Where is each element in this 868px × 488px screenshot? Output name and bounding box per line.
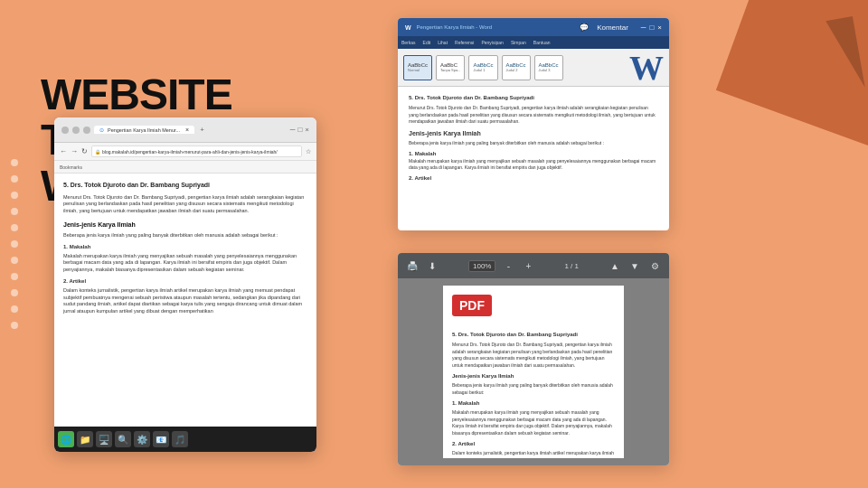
word-close-icon[interactable]: × xyxy=(657,23,662,32)
browser-subsection1-text: Makalah merupakan karya ilmiah yang meny… xyxy=(63,253,307,274)
pdf-next-icon[interactable]: ▼ xyxy=(627,258,642,273)
close-tab-icon[interactable]: × xyxy=(185,127,189,133)
word-doc-sub2: 2. Artikel xyxy=(409,174,658,183)
style-no-spacing[interactable]: AaBbC Tanpa Spa... xyxy=(436,55,465,80)
taskbar-icon-7[interactable]: 🎵 xyxy=(172,431,188,447)
word-menu-bar: Berkas Edit Lihat Referensi Penyisipan S… xyxy=(398,36,669,49)
browser-tab-title: Pengertian Karya Ilmiah Menur... xyxy=(108,127,180,133)
bookmark-icon[interactable]: ☆ xyxy=(306,148,311,155)
menu-file[interactable]: Berkas xyxy=(401,40,416,45)
word-doc-section-intro: Beberapa jenis karya ilmiah yang paling … xyxy=(409,140,658,147)
browser-subsection2-text: Dalam konteks jurnalistik, pengertian ka… xyxy=(63,287,307,315)
word-doc-author: 5. Drs. Totok Djuroto dan Dr. Bambang Su… xyxy=(409,94,658,102)
tab-favicon: ⊙ xyxy=(99,127,104,133)
word-logo-area: W xyxy=(629,51,664,85)
browser-subsection2: 2. Artikel xyxy=(63,277,307,286)
browser-toolbar: ← → ↻ 🔒 blog.makalah.id/pengertian-karya… xyxy=(54,143,316,161)
word-screenshot: W Pengertian Karya Ilmiah - Word 💬 Komen… xyxy=(398,18,669,230)
pdf-prev-icon[interactable]: ▲ xyxy=(608,258,622,273)
pdf-screenshot: 🖨️ ⬇ 100% - + 1 / 1 ▲ ▼ ⚙ PDF 5. Drs. To… xyxy=(398,253,669,465)
pdf-zoom-in-icon[interactable]: + xyxy=(521,258,535,273)
word-share-button[interactable]: Komentar xyxy=(597,23,628,32)
menu-view[interactable]: Lihat xyxy=(438,40,448,45)
word-doc-intro: Menurut Drs. Totok Djuroto dan Dr. Bamba… xyxy=(409,105,658,126)
pdf-download-icon[interactable]: ⬇ xyxy=(425,258,439,273)
taskbar-icon-6[interactable]: 📧 xyxy=(153,431,169,447)
taskbar-icon-1[interactable]: 🌐 xyxy=(58,431,74,447)
browser-url[interactable]: 🔒 blog.makalah.id/pengertian-karya-ilmia… xyxy=(91,145,302,157)
pdf-topbar: 🖨️ ⬇ 100% - + 1 / 1 ▲ ▼ ⚙ xyxy=(398,253,669,278)
word-document-content: 5. Drs. Totok Djuroto dan Dr. Bambang Su… xyxy=(398,87,669,190)
pdf-settings-icon[interactable]: ⚙ xyxy=(647,258,662,273)
menu-references[interactable]: Referensi xyxy=(455,40,474,45)
taskbar-icon-5[interactable]: ⚙️ xyxy=(134,431,150,447)
top-right-decoration xyxy=(705,0,868,163)
browser-subsection1: 1. Makalah xyxy=(63,243,307,251)
pdf-sub1: 1. Makalah xyxy=(452,399,615,408)
new-tab-button[interactable]: + xyxy=(200,126,204,134)
window-controls: ─ □ × xyxy=(290,126,309,134)
word-window-controls: ─ □ × xyxy=(641,23,662,32)
browser-section1: Jenis-jenis Karya Ilmiah xyxy=(63,221,307,230)
dot-pattern-left xyxy=(11,159,18,329)
pdf-sub2-text: Dalam konteks jurnalistik, pengertian ka… xyxy=(452,450,615,458)
word-comment-icon[interactable]: 💬 xyxy=(580,23,589,32)
word-maximize-icon[interactable]: □ xyxy=(649,23,654,32)
browser-dot-2 xyxy=(72,127,80,134)
pdf-print-icon[interactable]: 🖨️ xyxy=(405,258,420,273)
pdf-sub1-text: Makalah merupakan karya ilmiah yang meny… xyxy=(452,409,615,436)
taskbar-icon-2[interactable]: 📁 xyxy=(77,431,93,447)
menu-save[interactable]: Simpan xyxy=(511,40,526,45)
pdf-doc-author: 5. Drs. Totok Djuroto dan Dr. Bambang Su… xyxy=(452,331,615,339)
refresh-button[interactable]: ↻ xyxy=(81,147,88,155)
word-doc-name: Pengertian Karya Ilmiah - Word xyxy=(417,24,575,30)
browser-screenshot: ⊙ Pengertian Karya Ilmiah Menur... × + ─… xyxy=(54,117,316,452)
url-lock-icon: 🔒 xyxy=(95,149,100,155)
menu-edit[interactable]: Edit xyxy=(423,40,431,45)
pdf-sub2: 2. Artikel xyxy=(452,440,615,448)
browser-topbar: ⊙ Pengertian Karya Ilmiah Menur... × + ─… xyxy=(54,117,316,143)
url-text: blog.makalah.id/pengertian-karya-ilmiah-… xyxy=(102,149,278,155)
browser-article-intro: Menurut Drs. Totok Djuroto dan Dr. Bamba… xyxy=(63,194,307,215)
menu-insert[interactable]: Penyisipan xyxy=(481,40,503,45)
browser-content: 5. Drs. Totok Djuroto dan Dr. Bambang Su… xyxy=(54,174,316,325)
pdf-badge: PDF xyxy=(452,295,492,316)
taskbar-icon-3[interactable]: 🖥️ xyxy=(96,431,112,447)
word-doc-sub1-text: Makalah merupakan karya ilmiah yang meny… xyxy=(409,158,658,172)
pdf-zoom-level[interactable]: 100% xyxy=(468,260,495,272)
word-topbar: W Pengertian Karya Ilmiah - Word 💬 Komen… xyxy=(398,18,669,36)
browser-tab[interactable]: ⊙ Pengertian Karya Ilmiah Menur... × xyxy=(94,126,194,134)
pdf-zoom-out-icon[interactable]: - xyxy=(501,258,515,273)
word-doc-section: Jenis-jenis Karya Ilmiah xyxy=(409,129,658,139)
word-doc-sub1: 1. Makalah xyxy=(409,150,658,158)
pdf-page-indicator: 1 / 1 xyxy=(564,262,579,270)
word-minimize-icon[interactable]: ─ xyxy=(641,23,646,32)
pdf-section: Jenis-jenis Karya Ilmiah xyxy=(452,372,615,380)
word-app-title: W xyxy=(405,24,411,31)
style-heading2[interactable]: AaBbCc Judul 2 xyxy=(502,55,531,80)
minimize-icon[interactable]: ─ xyxy=(290,126,296,134)
style-heading3[interactable]: AaBbCc Judul 3 xyxy=(534,55,563,80)
menu-help[interactable]: Bantuan xyxy=(533,40,551,45)
browser-section1-intro: Beberapa jenis karya ilmiah yang paling … xyxy=(63,232,307,239)
pdf-document-content: 5. Drs. Totok Djuroto dan Dr. Bambang Su… xyxy=(452,295,615,458)
close-window-icon[interactable]: × xyxy=(305,126,309,134)
style-heading1[interactable]: AaBbCc Judul 1 xyxy=(468,55,497,80)
forward-button[interactable]: → xyxy=(71,147,78,155)
style-normal[interactable]: AaBbCc Normal xyxy=(403,55,432,80)
pdf-section-intro: Beberapa jenis karya ilmiah yang paling … xyxy=(452,382,615,396)
maximize-icon[interactable]: □ xyxy=(297,126,302,134)
browser-taskbar: 🌐 📁 🖥️ 🔍 ⚙️ 📧 🎵 xyxy=(54,427,316,452)
back-button[interactable]: ← xyxy=(60,147,67,155)
bookmarks-bar: Bookmarks xyxy=(54,161,316,174)
browser-dot-3 xyxy=(83,127,90,134)
word-ribbon: AaBbCc Normal AaBbC Tanpa Spa... AaBbCc … xyxy=(398,49,669,87)
word-logo-letter: W xyxy=(629,51,664,85)
bookmarks-label: Bookmarks xyxy=(60,164,82,170)
taskbar-icon-4[interactable]: 🔍 xyxy=(115,431,131,447)
pdf-content-area: PDF 5. Drs. Totok Djuroto dan Dr. Bamban… xyxy=(398,278,669,465)
browser-dot-1 xyxy=(61,127,69,134)
pdf-doc-intro: Menurut Drs. Totok Djuroto dan Dr. Bamba… xyxy=(452,342,615,369)
pdf-page: PDF 5. Drs. Totok Djuroto dan Dr. Bamban… xyxy=(443,286,624,458)
browser-article-author: 5. Drs. Totok Djuroto dan Dr. Bambang Su… xyxy=(63,181,307,191)
